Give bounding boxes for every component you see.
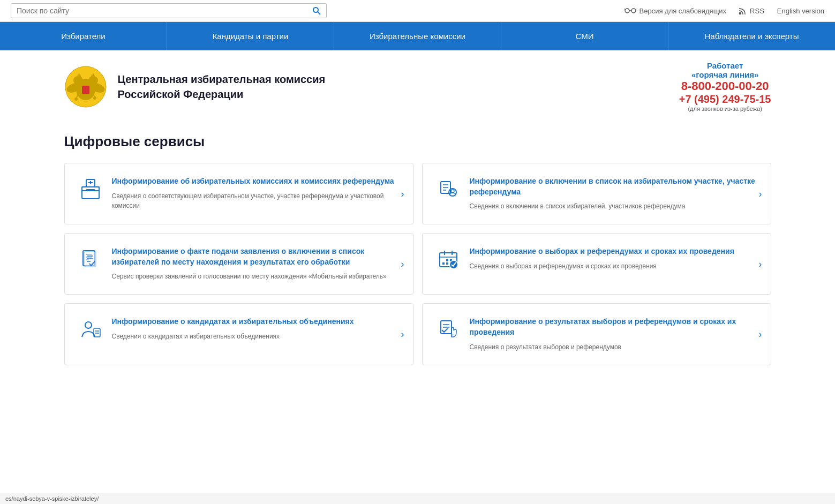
hotline-number2: +7 (495) 249-75-15 xyxy=(679,93,771,106)
card-commissions[interactable]: Информирование об избирательных комиссия… xyxy=(64,163,413,224)
svg-line-5 xyxy=(625,9,625,10)
nav-item-candidates[interactable]: Кандидаты и партии xyxy=(167,22,334,50)
calendar-check-icon xyxy=(435,246,461,272)
svg-line-1 xyxy=(318,12,320,14)
card-desc-6: Сведения о результатах выборов и референ… xyxy=(470,342,758,352)
logo-area: Центральная избирательная комиссия Росси… xyxy=(64,65,326,108)
card-arrow-3: › xyxy=(401,258,404,269)
card-arrow-2: › xyxy=(759,188,762,199)
rss-icon xyxy=(739,7,747,14)
svg-rect-47 xyxy=(446,259,448,261)
svg-rect-28 xyxy=(86,189,95,191)
english-link[interactable]: English version xyxy=(777,7,824,15)
card-desc-2: Сведения о включении в список избирателе… xyxy=(470,201,758,211)
ballot-box-icon xyxy=(78,176,103,202)
search-button[interactable] xyxy=(312,6,321,15)
svg-line-6 xyxy=(636,9,636,10)
search-input[interactable] xyxy=(17,6,312,15)
svg-point-2 xyxy=(625,9,629,13)
nav-bar: Избиратели Кандидаты и партии Избиратель… xyxy=(0,22,835,50)
card-body-1: Информирование об избирательных комиссия… xyxy=(112,176,400,210)
card-desc-4: Сведения о выборах и референдумах и срок… xyxy=(470,261,758,271)
org-title: Центральная избирательная комиссия Росси… xyxy=(118,72,326,102)
svg-point-53 xyxy=(85,322,92,328)
candidate-icon xyxy=(78,317,103,342)
card-body-3: Информирование о факте подачи заявления … xyxy=(112,246,400,281)
card-body-5: Информирование о кандидатах и избиратель… xyxy=(112,317,400,341)
svg-rect-50 xyxy=(446,262,448,265)
card-arrow-4: › xyxy=(759,258,762,269)
svg-point-3 xyxy=(631,9,636,13)
voter-list-icon xyxy=(435,176,461,202)
card-desc-1: Сведения о соответствующем избирательном… xyxy=(112,191,400,210)
card-arrow-6: › xyxy=(759,328,762,340)
rss-link[interactable]: RSS xyxy=(739,7,764,15)
nav-item-observers[interactable]: Наблюдатели и эксперты xyxy=(668,22,835,50)
svg-point-21 xyxy=(74,97,78,101)
hotline-area: Работает «горячая линия» 8-800-200-00-20… xyxy=(679,61,771,112)
hotline-note: (для звонков из-за рубежа) xyxy=(679,106,771,112)
card-body-6: Информирование о результатах выборов и р… xyxy=(470,317,758,351)
vision-label: Версия для слабовидящих xyxy=(640,7,727,15)
hotline-number1: 8-800-200-00-20 xyxy=(679,79,771,93)
card-voter-list[interactable]: Информирование о включении в список на и… xyxy=(422,163,771,224)
card-arrow-1: › xyxy=(401,188,404,199)
card-body-2: Информирование о включении в список на и… xyxy=(470,176,758,211)
header-section: Центральная избирательная комиссия Росси… xyxy=(43,50,793,123)
main-content: Цифровые сервисы Информирование об избир… xyxy=(43,123,793,387)
card-arrow-5: › xyxy=(401,328,404,340)
state-emblem xyxy=(64,65,107,108)
svg-point-0 xyxy=(313,7,318,12)
cards-grid: Информирование об избирательных комиссия… xyxy=(64,163,771,365)
card-title-6: Информирование о результатах выборов и р… xyxy=(470,317,758,337)
search-wrapper xyxy=(11,3,327,18)
svg-point-22 xyxy=(93,96,96,100)
document-list-icon xyxy=(78,246,103,272)
svg-rect-49 xyxy=(442,262,445,265)
card-application[interactable]: Информирование о факте подачи заявления … xyxy=(64,233,413,295)
section-title: Цифровые сервисы xyxy=(64,133,771,150)
results-icon xyxy=(435,317,461,342)
card-desc-5: Сведения о кандидатах и избирательных об… xyxy=(112,332,400,341)
glasses-icon xyxy=(625,7,636,14)
nav-item-media[interactable]: СМИ xyxy=(501,22,668,50)
card-title-5: Информирование о кандидатах и избиратель… xyxy=(112,317,400,327)
svg-rect-18 xyxy=(82,86,89,94)
card-elections-info[interactable]: Информирование о выборах и референдумах … xyxy=(422,233,771,295)
nav-item-voters[interactable]: Избиратели xyxy=(0,22,167,50)
card-body-4: Информирование о выборах и референдумах … xyxy=(470,246,758,271)
card-title-2: Информирование о включении в список на и… xyxy=(470,176,758,197)
vision-link[interactable]: Версия для слабовидящих xyxy=(625,7,727,15)
svg-point-34 xyxy=(451,190,454,193)
rss-label: RSS xyxy=(750,7,764,15)
card-candidates-info[interactable]: Информирование о кандидатах и избиратель… xyxy=(64,303,413,365)
card-title-4: Информирование о выборах и референдумах … xyxy=(470,246,758,257)
nav-item-commissions[interactable]: Избирательные комиссии xyxy=(334,22,501,50)
card-title-3: Информирование о факте подачи заявления … xyxy=(112,246,400,267)
card-desc-3: Сервис проверки заявлений о голосовании … xyxy=(112,272,400,281)
top-bar: Версия для слабовидящих RSS English vers… xyxy=(0,0,835,22)
card-results[interactable]: Информирование о результатах выборов и р… xyxy=(422,303,771,365)
svg-rect-7 xyxy=(739,12,741,14)
svg-point-60 xyxy=(452,334,454,336)
svg-rect-23 xyxy=(82,187,99,199)
card-title-1: Информирование об избирательных комиссия… xyxy=(112,176,400,187)
top-bar-right: Версия для слабовидящих RSS English vers… xyxy=(625,7,825,15)
english-label: English version xyxy=(777,7,824,15)
